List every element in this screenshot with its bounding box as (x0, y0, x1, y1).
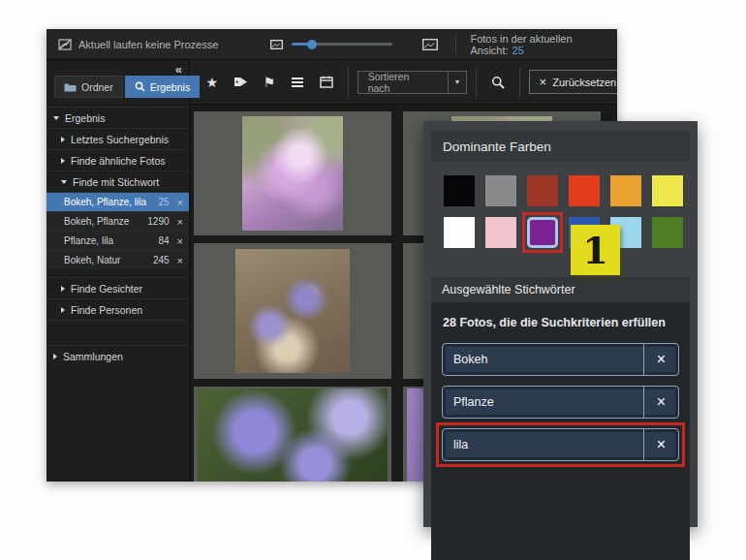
keyword-result-row[interactable]: Bokeh, Pflanze, lila 25 × (47, 192, 189, 211)
sidebar: « Ordner Ergebnis (47, 60, 190, 482)
remove-keyword-icon[interactable]: × (643, 429, 678, 460)
color-swatch-gray[interactable] (485, 175, 516, 206)
collapsed-icon (61, 158, 65, 164)
photo-thumbnail[interactable] (242, 116, 343, 231)
toolbar-separator (519, 68, 520, 97)
remove-result-icon[interactable]: × (177, 255, 183, 266)
search-icon[interactable] (485, 69, 511, 96)
tab-ordner[interactable]: Ordner (54, 76, 123, 98)
collapsed-icon (53, 354, 57, 359)
tree-item-finde-mit-stichwort[interactable]: Finde mit Stichwort (47, 171, 189, 192)
result-count-text: 28 Fotos, die die Suchkriterien erfüllen (443, 316, 679, 329)
color-swatch-purple-selected[interactable] (527, 217, 558, 248)
keyword-result-row[interactable]: Pflanze, lila 84 × (47, 231, 189, 250)
remove-keyword-icon[interactable]: × (643, 344, 678, 375)
toolbar-separator (348, 68, 349, 97)
color-swatch-red[interactable] (569, 175, 600, 206)
process-status: Aktuell laufen keine Prozesse (47, 39, 270, 50)
color-swatch-white[interactable] (444, 217, 475, 248)
search-result-icon (135, 81, 145, 92)
toolbar-separator (476, 68, 477, 97)
expanded-icon (61, 180, 67, 184)
color-swatch-pink[interactable] (485, 217, 516, 248)
annotation-badge-1: 1 (571, 225, 620, 275)
process-status-text: Aktuell laufen keine Prozesse (78, 39, 218, 50)
chevron-down-icon[interactable]: ▼ (448, 72, 466, 93)
sidebar-tabs: Ordner Ergebnis (47, 60, 189, 98)
color-swatch-black[interactable] (444, 175, 475, 206)
dominant-colors-panel: Dominante Farben Ausgewählte Stichwörter… (423, 121, 698, 527)
collapsed-icon (61, 286, 65, 292)
keyword-tag-bokeh[interactable]: Bokeh × (442, 343, 679, 376)
reset-filter-button[interactable]: × Zurücksetzen (529, 70, 617, 94)
keywords-header: Ausgewählte Stichwörter (431, 277, 690, 302)
toolbar: ★ ⚑ Sortieren nach ▼ (190, 60, 617, 105)
collapsed-icon (61, 137, 65, 142)
collapsed-icon (61, 307, 65, 313)
topbar-divider (455, 35, 456, 54)
tree-item-finde-gesichter[interactable]: Finde Gesichter (47, 277, 189, 298)
expanded-icon (53, 116, 59, 120)
color-swatch-darkred[interactable] (527, 175, 558, 206)
remove-result-icon[interactable]: × (177, 235, 183, 247)
color-swatches (423, 162, 698, 248)
selected-keywords-section: Ausgewählte Stichwörter 28 Fotos, die di… (431, 277, 690, 560)
color-swatch-yellow[interactable] (652, 175, 683, 206)
sidebar-tree: Ergebnis Letztes Suchergebnis Finde ähnl… (47, 107, 189, 366)
large-thumbnail-icon[interactable] (422, 39, 438, 50)
panel-title: Dominante Farben (431, 131, 690, 162)
photo-cell (194, 111, 391, 235)
flag-icon[interactable]: ⚑ (257, 69, 282, 96)
keyword-result-row[interactable]: Bokeh, Pflanze 1290 × (47, 211, 189, 231)
tree-item-finde-personen[interactable]: Finde Personen (47, 298, 189, 320)
remove-result-icon[interactable]: × (177, 197, 183, 208)
tab-ergebnis[interactable]: Ergebnis (125, 76, 200, 98)
calendar-icon[interactable] (314, 69, 339, 96)
close-icon: × (540, 75, 547, 89)
keyword-result-row[interactable]: Bokeh, Natur 245 × (47, 250, 189, 269)
photos-count-value: 25 (513, 45, 524, 56)
photo-cell (194, 387, 391, 482)
color-swatch-green[interactable] (652, 217, 683, 248)
photos-count: Fotos in der aktuellen Ansicht:25 (470, 33, 617, 56)
no-process-icon (58, 39, 72, 50)
thumbnail-size-slider[interactable] (292, 43, 392, 46)
tree-item-finde-aehnliche-fotos[interactable]: Finde ähnliche Fotos (47, 149, 189, 171)
list-view-icon[interactable] (286, 69, 311, 96)
star-rating-icon[interactable]: ★ (200, 69, 225, 96)
keyword-tag-lila[interactable]: lila × (442, 428, 679, 461)
tree-item-sammlungen[interactable]: Sammlungen (47, 345, 189, 366)
collapse-sidebar-icon[interactable]: « (175, 62, 181, 77)
spacer (442, 471, 679, 560)
keyword-tag-pflanze[interactable]: Pflanze × (442, 386, 679, 419)
tree-item-letztes-suchergebnis[interactable]: Letztes Suchergebnis (47, 128, 189, 149)
remove-result-icon[interactable]: × (177, 216, 183, 228)
thumbnail-zoom-controls (270, 39, 438, 50)
remove-keyword-icon[interactable]: × (643, 387, 678, 418)
photo-thumbnail[interactable] (198, 389, 388, 482)
sort-dropdown[interactable]: Sortieren nach ▼ (357, 71, 468, 94)
slider-handle[interactable] (307, 40, 317, 49)
page: Aktuell laufen keine Prozesse Fotos in d… (0, 0, 746, 560)
folder-icon (64, 82, 77, 92)
photo-thumbnail[interactable] (235, 249, 350, 373)
color-swatch-orange[interactable] (610, 175, 641, 206)
small-thumbnail-icon[interactable] (270, 40, 283, 49)
tree-item-ergebnis[interactable]: Ergebnis (47, 107, 189, 128)
keywords-body: 28 Fotos, die die Suchkriterien erfüllen… (431, 302, 690, 560)
keyword-tag-icon[interactable] (229, 69, 254, 96)
topbar: Aktuell laufen keine Prozesse Fotos in d… (47, 29, 617, 60)
photo-cell (194, 243, 391, 379)
tree-gap (47, 320, 189, 345)
